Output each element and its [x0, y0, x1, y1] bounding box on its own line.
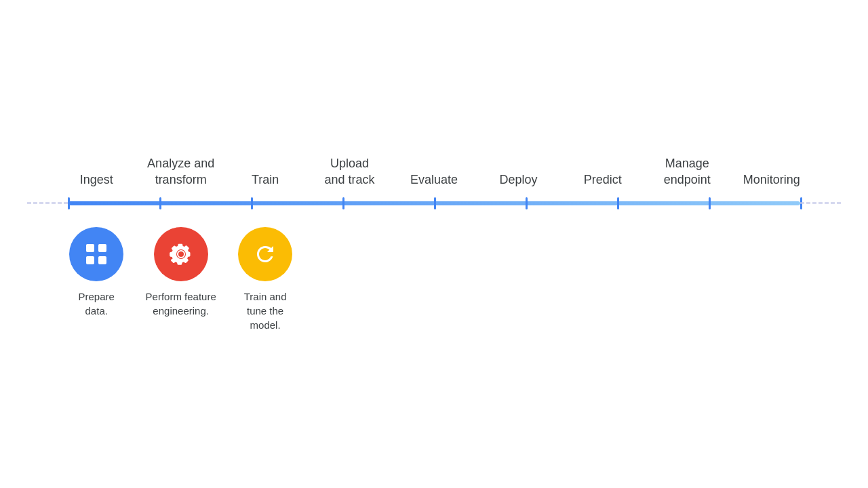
label-evaluate: Evaluate [392, 172, 476, 188]
icon-circle-train [238, 227, 292, 281]
icon-circle-ingest [69, 227, 123, 281]
gear-icon [167, 241, 195, 268]
train-label: Train andtune themodel. [244, 289, 287, 332]
icon-item-ingest: Preparedata. [54, 227, 138, 332]
feature-label: Perform featureengineering. [146, 289, 216, 318]
tick-6 [617, 197, 619, 209]
icon-item-deploy [476, 227, 560, 332]
tick-marks [68, 201, 800, 205]
svg-rect-0 [86, 244, 94, 252]
svg-rect-3 [98, 256, 106, 264]
label-ingest: Ingest [54, 172, 138, 188]
icons-row: Preparedata. Perform featureengineering.… [27, 227, 841, 332]
label-upload-track: Uploadand track [307, 156, 391, 188]
grid-icon [83, 241, 110, 268]
icon-circle-feature [154, 227, 208, 281]
main-container: Ingest Analyze andtransform Train Upload… [27, 156, 841, 332]
svg-rect-2 [86, 256, 94, 264]
tick-5 [526, 197, 528, 209]
tick-3 [342, 197, 344, 209]
tick-7 [709, 197, 711, 209]
refresh-icon [252, 241, 279, 268]
label-analyze-transform: Analyze andtransform [138, 156, 222, 188]
timeline-labels: Ingest Analyze andtransform Train Upload… [27, 156, 841, 188]
label-predict: Predict [561, 172, 645, 188]
label-monitoring: Monitoring [730, 172, 814, 188]
tick-2 [251, 197, 253, 209]
label-train: Train [223, 172, 307, 188]
icon-item-evaluate [392, 227, 476, 332]
svg-rect-1 [98, 244, 106, 252]
tick-0 [68, 197, 70, 209]
icon-item-monitoring [730, 227, 814, 332]
icon-item-manage [645, 227, 729, 332]
icon-item-train: Train andtune themodel. [223, 227, 307, 332]
ingest-label: Preparedata. [79, 289, 115, 318]
timeline-solid-bar [68, 201, 800, 205]
tick-1 [159, 197, 161, 209]
icon-item-feature: Perform featureengineering. [138, 227, 222, 332]
label-manage-endpoint: Manageendpoint [645, 156, 729, 188]
timeline-bar [27, 193, 841, 214]
icon-item-upload [307, 227, 391, 332]
icon-item-predict [561, 227, 645, 332]
tick-4 [434, 197, 436, 209]
label-deploy: Deploy [476, 172, 560, 188]
dashed-left [27, 202, 68, 204]
dashed-right [800, 202, 841, 204]
